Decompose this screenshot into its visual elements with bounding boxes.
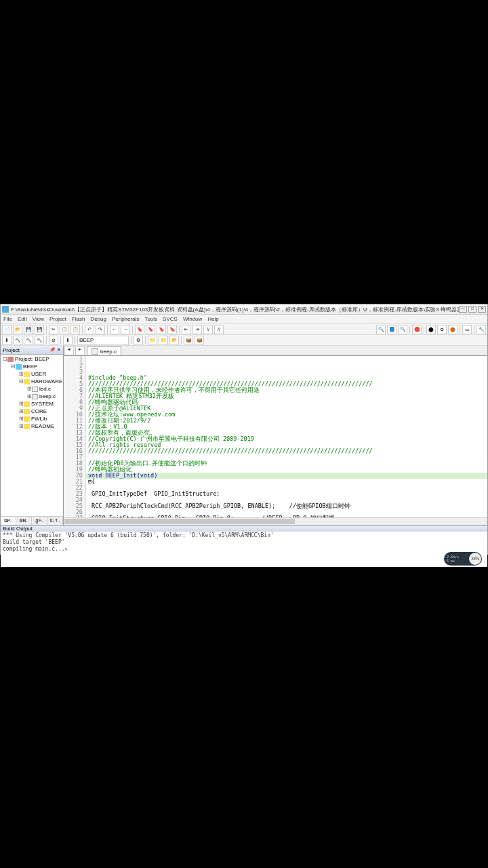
tree-beepc[interactable]: ⊞beep.c (1, 393, 63, 400)
bookmark-clear-icon[interactable]: 🔖 (167, 325, 177, 334)
manage3-icon[interactable]: 📂 (169, 336, 179, 345)
floating-widget[interactable]: 2 Kb/s5 ms 36% (444, 552, 482, 566)
config-icon[interactable]: 🔧 (476, 325, 486, 334)
menu-peripherals[interactable]: Peripherals (112, 316, 139, 322)
options-icon[interactable]: ⚙ (134, 336, 143, 345)
undo-icon[interactable]: ↶ (85, 325, 94, 334)
open-icon[interactable]: 📂 (13, 325, 22, 334)
menu-svcs[interactable]: SVCS (163, 316, 178, 322)
back-icon[interactable]: ← (110, 325, 119, 334)
tree-readme[interactable]: ⊞README (1, 422, 63, 430)
tree-ledc[interactable]: ⊞led.c (1, 385, 63, 393)
pack-icon[interactable]: 📦 (184, 336, 193, 345)
tree-user[interactable]: ⊞USER (1, 370, 63, 378)
menu-project[interactable]: Project (49, 316, 66, 322)
manage-icon[interactable]: 📁 (148, 336, 157, 345)
stop-build-icon[interactable]: ⊘ (49, 336, 58, 345)
find-icon[interactable]: 🔍 (376, 325, 386, 334)
widget-percent: 36% (469, 553, 481, 565)
new-icon[interactable]: 📄 (2, 325, 12, 334)
menu-flash[interactable]: Flash (72, 316, 85, 322)
projtab-temp[interactable]: 0↓T.. (47, 517, 63, 525)
minimize-button[interactable]: — (459, 306, 467, 313)
separator (75, 336, 75, 344)
pack2-icon[interactable]: 📦 (195, 336, 204, 345)
uncomment-icon[interactable]: // (214, 325, 224, 334)
window-icon[interactable]: ▭ (462, 325, 472, 334)
tab-prev-icon[interactable]: ◂ (64, 346, 74, 355)
menu-view[interactable]: View (33, 316, 44, 322)
target-select[interactable]: BEEP (77, 336, 129, 345)
window-buttons: — □ ✕ (459, 306, 486, 313)
tab-label: beep.c (100, 349, 117, 355)
search-icon[interactable]: 📘 (387, 325, 396, 334)
download-icon[interactable]: ⬇ (63, 336, 73, 345)
build-output: Build Output *** Using Compiler 'V5.06 u… (1, 525, 487, 554)
pin-icon[interactable]: 📌 ✕ (49, 347, 61, 353)
menubar: File Edit View Project Flash Debug Perip… (1, 315, 487, 324)
redo-icon[interactable]: ↷ (96, 325, 105, 334)
batch-build-icon[interactable]: 🔨 (35, 336, 44, 345)
projtab-func[interactable]: {}F.. (32, 517, 47, 525)
tree-target[interactable]: ⊟BEEP (1, 363, 63, 370)
ide-window: F:\BaiduNetdiskDownload\【正点原子】精英STM32F10… (0, 304, 488, 555)
saveall-icon[interactable]: 💾 (35, 325, 44, 334)
maximize-button[interactable]: □ (468, 306, 476, 313)
code-body[interactable]: #include "beep.h" //////////////////////… (86, 356, 487, 517)
tree-system[interactable]: ⊞SYSTEM (1, 400, 63, 408)
menu-tools[interactable]: Tools (144, 316, 157, 322)
comment-icon[interactable]: // (203, 325, 213, 334)
close-button[interactable]: ✕ (478, 306, 486, 313)
tree-fwlib[interactable]: ⊞FWLib (1, 415, 63, 422)
file-icon (92, 348, 98, 355)
projtab-project[interactable]: ⧉P.. (1, 517, 16, 525)
translate-icon[interactable]: ⬇ (2, 336, 12, 345)
widget-stats: 2 Kb/s5 ms (444, 555, 459, 563)
tree-hardware[interactable]: ⊟HARDWARE (1, 378, 63, 385)
fwd-icon[interactable]: → (121, 325, 130, 334)
output-header: Build Output (1, 526, 487, 532)
app-icon (2, 306, 9, 313)
breakpoint-icon[interactable]: ⬤ (426, 325, 436, 334)
indent-out-icon[interactable]: ⇤ (182, 325, 191, 334)
menu-file[interactable]: File (3, 316, 12, 322)
build-icon[interactable]: 🔨 (13, 336, 22, 345)
tab-beepc[interactable]: beep.c (87, 347, 121, 355)
output-body[interactable]: *** Using Compiler 'V5.06 update 6 (buil… (1, 532, 487, 567)
indent-in-icon[interactable]: ⇥ (192, 325, 202, 334)
paste-icon[interactable]: 📋 (70, 325, 80, 334)
separator (46, 336, 47, 344)
disable-bp-icon[interactable]: ⭘ (437, 325, 447, 334)
bookmark-prev-icon[interactable]: 🔖 (146, 325, 155, 334)
cut-icon[interactable]: ✂ (49, 325, 58, 334)
replace-icon[interactable]: 🔍 (398, 325, 407, 334)
copy-icon[interactable]: 📋 (60, 325, 69, 334)
save-icon[interactable]: 💾 (24, 325, 33, 334)
editor-pane: ◂ ▸ beep.c 1 2 3 4 5 6 7 8 9 10 11 12 13… (64, 346, 487, 525)
bookmark-icon[interactable]: 🔖 (135, 325, 144, 334)
rebuild-icon[interactable]: 🔨 (24, 336, 33, 345)
tree-core[interactable]: ⊞CORE (1, 408, 63, 415)
tab-list-icon[interactable]: ▸ (75, 346, 85, 355)
project-header: Project 📌 ✕ (1, 346, 63, 355)
project-header-label: Project (3, 347, 20, 353)
bookmark-next-icon[interactable]: 🔖 (157, 325, 166, 334)
project-tree[interactable]: ⊟Project: BEEP ⊟BEEP ⊞USER ⊟HARDWARE ⊞le… (1, 355, 63, 516)
line-gutter: 1 2 3 4 5 6 7 8 9 10 11 12 13 14 15 16 1… (64, 356, 86, 517)
menu-window[interactable]: Window (183, 316, 202, 322)
tree-project[interactable]: ⊟Project: BEEP (1, 355, 63, 363)
kill-bp-icon[interactable]: ⬤ (448, 325, 458, 334)
menu-debug[interactable]: Debug (90, 316, 106, 322)
h-scrollbar[interactable] (64, 517, 487, 525)
separator (474, 326, 474, 334)
separator (424, 326, 424, 334)
manage2-icon[interactable]: 📁 (159, 336, 168, 345)
scrollbar-thumb[interactable] (64, 519, 295, 524)
code-editor[interactable]: 1 2 3 4 5 6 7 8 9 10 11 12 13 14 15 16 1… (64, 356, 487, 517)
titlebar[interactable]: F:\BaiduNetdiskDownload\【正点原子】精英STM32F10… (1, 304, 487, 315)
menu-edit[interactable]: Edit (18, 316, 27, 322)
projtab-books[interactable]: ⚙B.. (16, 517, 32, 525)
window-title: F:\BaiduNetdiskDownload\【正点原子】精英STM32F10… (11, 306, 459, 313)
menu-help[interactable]: Help (207, 316, 218, 322)
debug-icon[interactable]: 🔴 (412, 325, 422, 334)
